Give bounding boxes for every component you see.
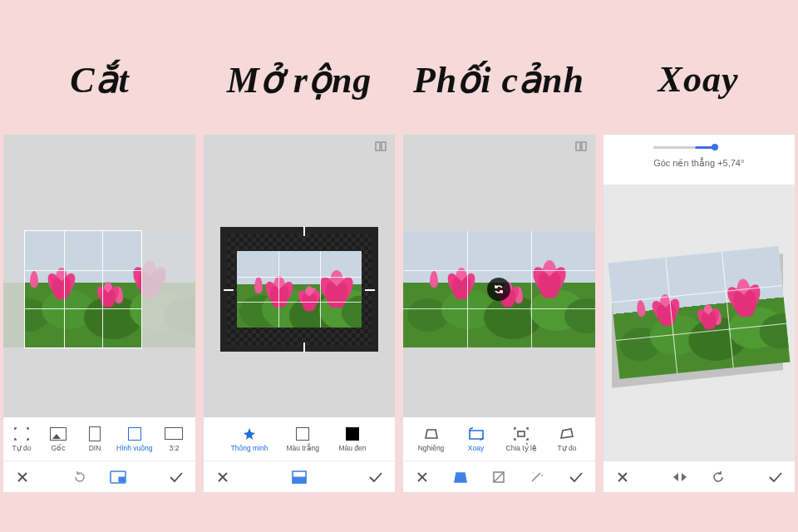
opt-free[interactable]: Tự do bbox=[3, 426, 40, 452]
expand-topbar bbox=[204, 135, 396, 156]
opt-square[interactable]: Hình vuông bbox=[113, 426, 155, 452]
expand-handle-right[interactable] bbox=[365, 289, 375, 291]
svg-rect-5 bbox=[293, 477, 306, 483]
expand-handle-left[interactable] bbox=[224, 289, 234, 291]
svg-rect-6 bbox=[576, 142, 580, 150]
apply-button[interactable] bbox=[367, 468, 385, 486]
title-perspective: Phối cảnh bbox=[399, 58, 598, 101]
compare-icon[interactable] bbox=[575, 141, 587, 151]
panel-expand: Thông minh Màu trắng Màu đen bbox=[204, 135, 396, 492]
title-expand: Mở rộng bbox=[200, 58, 399, 101]
flip-horizontal-icon[interactable] bbox=[671, 468, 689, 486]
panel-crop-topbar bbox=[3, 135, 195, 156]
svg-rect-2 bbox=[376, 142, 380, 150]
opt-scale[interactable]: Chia tỷ lệ bbox=[503, 426, 540, 452]
expand-bottom-bar bbox=[204, 461, 396, 492]
expand-canvas[interactable] bbox=[204, 190, 396, 389]
perspective-bottom-bar bbox=[403, 461, 595, 492]
rotate-topbar: Góc nền thẳng +5,74° bbox=[603, 135, 796, 185]
svg-rect-7 bbox=[582, 142, 586, 150]
rotate-angle-slider[interactable] bbox=[653, 141, 745, 153]
rotate-canvas[interactable] bbox=[603, 193, 796, 442]
perspective-canvas[interactable] bbox=[403, 190, 595, 389]
rotate-cw-icon[interactable] bbox=[709, 468, 727, 486]
panel-perspective: Nghiêng Xoay Chia tỷ lệ Tự do bbox=[403, 135, 595, 492]
opt-black[interactable]: Màu đen bbox=[334, 426, 371, 452]
close-button[interactable] bbox=[413, 468, 431, 486]
expand-options: Thông minh Màu trắng Màu đen bbox=[204, 417, 396, 461]
expand-frame[interactable] bbox=[220, 227, 378, 352]
opt-smart[interactable]: Thông minh bbox=[228, 426, 272, 452]
perspective-topbar bbox=[403, 135, 595, 156]
expand-handle-top[interactable] bbox=[303, 226, 305, 236]
compare-icon[interactable] bbox=[375, 141, 387, 151]
svg-rect-3 bbox=[382, 142, 386, 150]
magic-icon[interactable] bbox=[528, 468, 546, 486]
svg-rect-1 bbox=[119, 477, 125, 482]
opt-free-persp[interactable]: Tự do bbox=[549, 426, 585, 452]
fill-mode-icon[interactable] bbox=[290, 468, 308, 486]
opt-rotate[interactable]: Xoay bbox=[458, 426, 495, 452]
rotate-ccw-icon[interactable] bbox=[71, 468, 89, 486]
crop-aspect-options: Tự do Gốc DIN Hình vuông 3:2 4:3 5:4 bbox=[3, 417, 195, 461]
opt-4-3[interactable]: 4:3 bbox=[192, 426, 195, 452]
expand-image bbox=[237, 251, 362, 328]
close-button[interactable] bbox=[13, 468, 32, 486]
close-button[interactable] bbox=[613, 468, 632, 486]
rotate-angle-label: Góc nền thẳng +5,74° bbox=[603, 158, 796, 169]
rotate-image bbox=[608, 246, 790, 379]
opt-din[interactable]: DIN bbox=[76, 426, 113, 452]
title-rotate: Xoay bbox=[598, 58, 798, 101]
panel-rotate: Góc nền thẳng +5,74° bbox=[603, 135, 796, 492]
close-button[interactable] bbox=[214, 468, 232, 486]
crop-canvas[interactable] bbox=[3, 190, 195, 389]
title-row: Cắt Mở rộng Phối cảnh Xoay bbox=[0, 0, 798, 135]
aspect-selected-icon[interactable] bbox=[109, 468, 127, 486]
panel-crop: Tự do Gốc DIN Hình vuông 3:2 4:3 5:4 bbox=[3, 135, 195, 492]
perspective-options: Nghiêng Xoay Chia tỷ lệ Tự do bbox=[403, 417, 595, 461]
apply-button[interactable] bbox=[766, 468, 785, 486]
perspective-mode-icon[interactable] bbox=[451, 468, 470, 486]
svg-rect-8 bbox=[518, 431, 525, 436]
opt-white[interactable]: Màu trắng bbox=[283, 426, 323, 452]
opt-3-2[interactable]: 3:2 bbox=[155, 426, 192, 452]
fill-icon[interactable] bbox=[490, 468, 508, 486]
expand-handle-bottom[interactable] bbox=[303, 342, 305, 352]
panels: Tự do Gốc DIN Hình vuông 3:2 4:3 5:4 bbox=[0, 135, 798, 492]
apply-button[interactable] bbox=[567, 468, 585, 486]
crop-frame[interactable] bbox=[25, 231, 141, 347]
opt-tilt[interactable]: Nghiêng bbox=[413, 426, 450, 452]
opt-original[interactable]: Gốc bbox=[40, 426, 76, 452]
reset-perspective-button[interactable] bbox=[487, 278, 510, 301]
crop-bottom-bar bbox=[3, 461, 195, 492]
title-crop: Cắt bbox=[0, 58, 200, 101]
rotate-bottom-bar bbox=[603, 461, 796, 492]
apply-button[interactable] bbox=[167, 468, 185, 486]
